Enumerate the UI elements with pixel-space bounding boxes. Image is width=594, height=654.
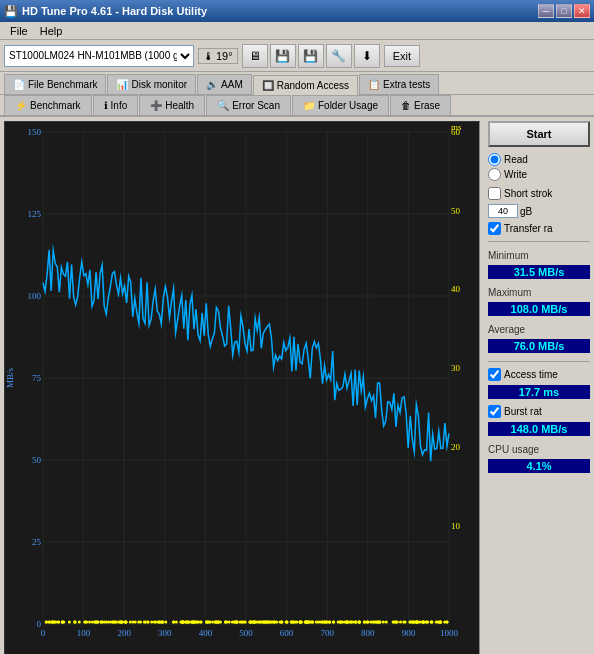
start-button[interactable]: Start [488, 121, 590, 147]
cpu-usage-value: 4.1% [488, 459, 590, 473]
tab-benchmark[interactable]: ⚡ Benchmark [4, 95, 92, 115]
thermometer-icon: 🌡 [203, 50, 214, 62]
toolbar-icons: 🖥 💾 💾 🔧 ⬇ [242, 44, 380, 68]
tab-folder-usage[interactable]: 📁 Folder Usage [292, 95, 389, 115]
tab-error-scan[interactable]: 🔍 Error Scan [206, 95, 291, 115]
toolbar: ST1000LM024 HN-M101MBB (1000 gB) 🌡 19° 🖥… [0, 40, 594, 72]
min-label: Minimum [488, 250, 590, 261]
tab-extra-tests[interactable]: 📋 Extra tests [359, 74, 439, 94]
disk-monitor-icon: 📊 [116, 79, 128, 90]
write-radio[interactable]: Write [488, 168, 590, 181]
tab-file-benchmark[interactable]: 📄 File Benchmark [4, 74, 106, 94]
tab-disk-monitor[interactable]: 📊 Disk monitor [107, 74, 196, 94]
main-content: Start Read Write Short strok gB Transfer… [0, 117, 594, 654]
extra-tests-icon: 📋 [368, 79, 380, 90]
titlebar-controls: ─ □ ✕ [538, 4, 590, 18]
minimize-button[interactable]: ─ [538, 4, 554, 18]
health-icon: ➕ [150, 100, 162, 111]
divider-1 [488, 241, 590, 242]
maximize-button[interactable]: □ [556, 4, 572, 18]
temperature-display: 🌡 19° [198, 48, 238, 64]
toolbar-icon-4[interactable]: 🔧 [326, 44, 352, 68]
tab-health[interactable]: ➕ Health [139, 95, 205, 115]
toolbar-icon-5[interactable]: ⬇ [354, 44, 380, 68]
tab-erase[interactable]: 🗑 Erase [390, 95, 451, 115]
temperature-value: 19° [216, 50, 233, 62]
app-title: HD Tune Pro 4.61 - Hard Disk Utility [22, 5, 207, 17]
tab-aam[interactable]: 🔊 AAM [197, 74, 252, 94]
short-strok-row: Short strok [488, 187, 590, 200]
min-value: 31.5 MB/s [488, 265, 590, 279]
toolbar-icon-2[interactable]: 💾 [270, 44, 296, 68]
tab-random-access[interactable]: 🔲 Random Access [253, 75, 358, 95]
exit-button[interactable]: Exit [384, 45, 420, 67]
close-button[interactable]: ✕ [574, 4, 590, 18]
chart-container [4, 121, 480, 654]
max-label: Maximum [488, 287, 590, 298]
short-strok-value[interactable] [488, 204, 518, 218]
read-radio-input[interactable] [488, 153, 501, 166]
access-time-row: Access time [488, 368, 590, 381]
toolbar-icon-1[interactable]: 🖥 [242, 44, 268, 68]
drive-selector[interactable]: ST1000LM024 HN-M101MBB (1000 gB) [4, 45, 194, 67]
short-strok-input-row: gB [488, 204, 590, 218]
cpu-usage-label: CPU usage [488, 444, 590, 455]
file-benchmark-icon: 📄 [13, 79, 25, 90]
info-icon: ℹ [104, 100, 108, 111]
max-value: 108.0 MB/s [488, 302, 590, 316]
tab-info[interactable]: ℹ Info [93, 95, 139, 115]
access-time-checkbox[interactable] [488, 368, 501, 381]
tabs-second: ⚡ Benchmark ℹ Info ➕ Health 🔍 Error Scan… [0, 95, 594, 117]
transfer-ra-row: Transfer ra [488, 222, 590, 235]
erase-icon: 🗑 [401, 100, 411, 111]
burst-rat-value: 148.0 MB/s [488, 422, 590, 436]
toolbar-icon-3[interactable]: 💾 [298, 44, 324, 68]
error-scan-icon: 🔍 [217, 100, 229, 111]
menubar: File Help [0, 22, 594, 40]
burst-rat-checkbox[interactable] [488, 405, 501, 418]
right-panel: Start Read Write Short strok gB Transfer… [484, 117, 594, 654]
random-access-icon: 🔲 [262, 80, 274, 91]
folder-usage-icon: 📁 [303, 100, 315, 111]
tabs-top: 📄 File Benchmark 📊 Disk monitor 🔊 AAM 🔲 … [0, 72, 594, 95]
access-time-value: 17.7 ms [488, 385, 590, 399]
titlebar-left: 💾 HD Tune Pro 4.61 - Hard Disk Utility [4, 5, 207, 18]
titlebar: 💾 HD Tune Pro 4.61 - Hard Disk Utility ─… [0, 0, 594, 22]
avg-value: 76.0 MB/s [488, 339, 590, 353]
burst-rat-row: Burst rat [488, 405, 590, 418]
radio-group: Read Write [488, 151, 590, 183]
read-radio[interactable]: Read [488, 153, 590, 166]
menu-file[interactable]: File [4, 24, 34, 38]
write-radio-input[interactable] [488, 168, 501, 181]
benchmark-icon: ⚡ [15, 100, 27, 111]
menu-help[interactable]: Help [34, 24, 69, 38]
short-strok-checkbox[interactable] [488, 187, 501, 200]
aam-icon: 🔊 [206, 79, 218, 90]
divider-2 [488, 361, 590, 362]
avg-label: Average [488, 324, 590, 335]
performance-chart [5, 122, 479, 654]
transfer-ra-checkbox[interactable] [488, 222, 501, 235]
app-icon: 💾 [4, 5, 18, 18]
chart-area [0, 117, 484, 654]
